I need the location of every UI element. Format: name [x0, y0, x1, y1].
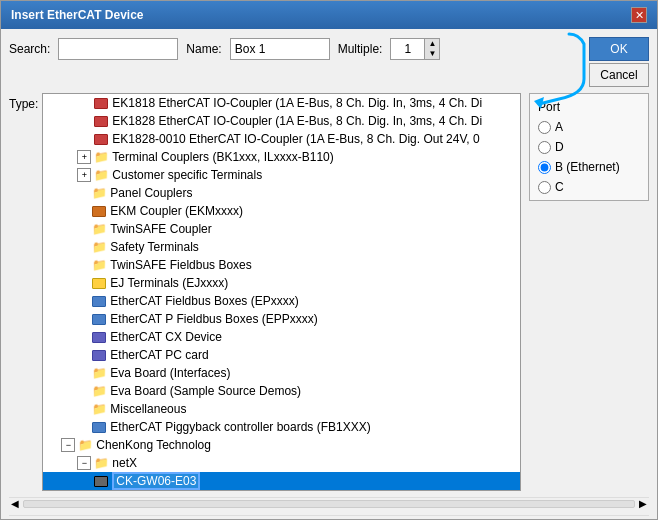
folder-icon: 📁	[93, 168, 109, 182]
expand-icon[interactable]: +	[77, 150, 91, 164]
right-panel: Port A D B (Ethernet)	[529, 93, 649, 491]
cancel-button[interactable]: Cancel	[589, 63, 649, 87]
scroll-left[interactable]: ◀	[9, 498, 21, 509]
tree-item-ethercat-cx[interactable]: EtherCAT CX Device	[43, 328, 520, 346]
tree-item-ek1828[interactable]: EK1828 EtherCAT IO-Coupler (1A E-Bus, 8 …	[43, 112, 520, 130]
device-icon	[93, 96, 109, 110]
tree-item-ek1818[interactable]: EK1818 EtherCAT IO-Coupler (1A E-Bus, 8 …	[43, 94, 520, 112]
multiple-label: Multiple:	[338, 42, 383, 56]
port-b-label: B (Ethernet)	[555, 160, 620, 174]
port-d-label: D	[555, 140, 564, 154]
port-c-label: C	[555, 180, 564, 194]
horizontal-scrollbar[interactable]: ◀ ▶	[9, 497, 649, 509]
tree-item-chenkong[interactable]: − 📁 ChenKong Technolog	[43, 436, 520, 454]
tree-item-panel-couplers[interactable]: 📁 Panel Couplers	[43, 184, 520, 202]
close-button[interactable]: ✕	[631, 7, 647, 23]
multiple-value[interactable]	[390, 38, 425, 60]
spinner-down[interactable]: ▼	[425, 49, 439, 59]
folder-icon: 📁	[77, 438, 93, 452]
port-c-option[interactable]: C	[538, 180, 640, 194]
tree-item-ethercat-fieldbus[interactable]: EtherCAT Fieldbus Boxes (EPxxxx)	[43, 292, 520, 310]
bottom-checkboxes: Extended Information Show Hidden Devices…	[9, 515, 649, 520]
insert-ethercat-dialog: Insert EtherCAT Device ✕ Search: Name: M…	[0, 0, 658, 520]
expand-icon[interactable]: −	[61, 438, 75, 452]
port-b-radio[interactable]	[538, 161, 551, 174]
tree-item-eva-board[interactable]: 📁 Eva Board (Interfaces)	[43, 364, 520, 382]
port-a-option[interactable]: A	[538, 120, 640, 134]
type-label: Type:	[9, 97, 38, 111]
tree-item-twinsafe-coupler[interactable]: 📁 TwinSAFE Coupler	[43, 220, 520, 238]
search-input[interactable]	[58, 38, 178, 60]
device-tree[interactable]: EK1818 EtherCAT IO-Coupler (1A E-Bus, 8 …	[42, 93, 521, 491]
spinner-up[interactable]: ▲	[425, 39, 439, 49]
port-radio-group: A D B (Ethernet) C	[538, 120, 640, 194]
tree-item-miscellaneous[interactable]: 📁 Miscellaneous	[43, 400, 520, 418]
device-icon	[91, 312, 107, 326]
search-label: Search:	[9, 42, 50, 56]
tree-item-terminal-couplers[interactable]: + 📁 Terminal Couplers (BK1xxx, ILxxxx-B1…	[43, 148, 520, 166]
tree-item-customer-terminals[interactable]: + 📁 Customer specific Terminals	[43, 166, 520, 184]
tree-item-ej-terminals[interactable]: EJ Terminals (EJxxxx)	[43, 274, 520, 292]
port-a-label: A	[555, 120, 563, 134]
dialog-title: Insert EtherCAT Device	[11, 8, 144, 22]
ok-button[interactable]: OK	[589, 37, 649, 61]
folder-icon: 📁	[93, 150, 109, 164]
scroll-track[interactable]	[23, 500, 635, 508]
folder-icon: 📁	[93, 456, 109, 470]
folder-icon: 📁	[91, 186, 107, 200]
folder-icon: 📁	[91, 402, 107, 416]
device-icon	[91, 276, 107, 290]
name-label: Name:	[186, 42, 221, 56]
tree-item-safety-terminals[interactable]: 📁 Safety Terminals	[43, 238, 520, 256]
folder-icon: 📁	[91, 384, 107, 398]
tree-item-ethercat-pc[interactable]: EtherCAT PC card	[43, 346, 520, 364]
port-d-radio[interactable]	[538, 141, 551, 154]
scroll-right[interactable]: ▶	[637, 498, 649, 509]
device-icon	[93, 114, 109, 128]
tree-item-eva-board-demos[interactable]: 📁 Eva Board (Sample Source Demos)	[43, 382, 520, 400]
device-icon	[91, 294, 107, 308]
multiple-spinner[interactable]: ▲ ▼	[390, 38, 440, 60]
expand-icon[interactable]: +	[77, 168, 91, 182]
device-icon	[91, 330, 107, 344]
tree-item-ek1828-0010[interactable]: EK1828-0010 EtherCAT IO-Coupler (1A E-Bu…	[43, 130, 520, 148]
folder-icon: 📁	[91, 240, 107, 254]
tree-item-netx[interactable]: − 📁 netX	[43, 454, 520, 472]
port-a-radio[interactable]	[538, 121, 551, 134]
port-c-radio[interactable]	[538, 181, 551, 194]
folder-icon: 📁	[91, 258, 107, 272]
svg-marker-0	[534, 97, 544, 109]
tree-item-ekm-coupler[interactable]: EKM Coupler (EKMxxxx)	[43, 202, 520, 220]
tree-section: Type: EK1818 EtherCAT IO-Coupler (1A E-B…	[9, 93, 521, 491]
device-icon	[91, 420, 107, 434]
device-icon	[93, 132, 109, 146]
port-d-option[interactable]: D	[538, 140, 640, 154]
tree-item-twinsafe-fieldbus[interactable]: 📁 TwinSAFE Fieldbus Boxes	[43, 256, 520, 274]
port-b-option[interactable]: B (Ethernet)	[538, 160, 640, 174]
device-icon	[91, 204, 107, 218]
expand-icon[interactable]: −	[77, 456, 91, 470]
name-input[interactable]	[230, 38, 330, 60]
folder-icon: 📁	[91, 222, 107, 236]
device-icon	[93, 474, 109, 488]
arrow-hint	[529, 29, 589, 112]
folder-icon: 📁	[91, 366, 107, 380]
device-icon	[91, 348, 107, 362]
tree-item-ck-gw06-e03[interactable]: CK-GW06-E03	[43, 472, 520, 490]
tree-item-ethercat-p-fieldbus[interactable]: EtherCAT P Fieldbus Boxes (EPPxxxx)	[43, 310, 520, 328]
tree-item-piggyback[interactable]: EtherCAT Piggyback controller boards (FB…	[43, 418, 520, 436]
title-bar: Insert EtherCAT Device ✕	[1, 1, 657, 29]
